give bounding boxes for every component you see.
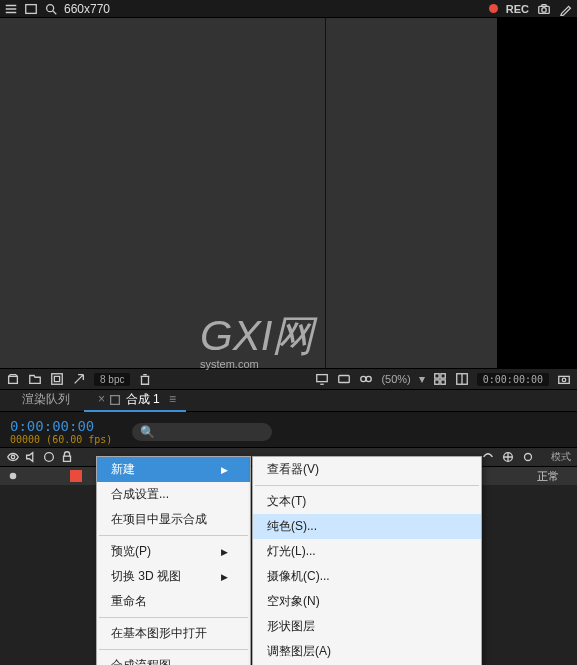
search-icon[interactable] bbox=[44, 2, 58, 16]
mask-icon[interactable] bbox=[337, 372, 351, 386]
menu-item[interactable]: 合成流程图 bbox=[97, 653, 250, 665]
shy-icon[interactable] bbox=[481, 450, 495, 464]
bit-depth[interactable]: 8 bpc bbox=[94, 373, 130, 386]
search-text: 660x770 bbox=[64, 2, 110, 16]
menu-item[interactable]: 灯光(L)... bbox=[253, 539, 481, 564]
screen-icon[interactable] bbox=[315, 372, 329, 386]
menu-item[interactable]: 在基本图形中打开 bbox=[97, 621, 250, 646]
tab-menu-icon[interactable]: ≡ bbox=[169, 392, 176, 406]
layer-blend-mode[interactable]: 正常 bbox=[537, 469, 571, 484]
menu-item[interactable]: 重命名 bbox=[97, 589, 250, 614]
menu-item[interactable]: 切换 3D 视图▶ bbox=[97, 564, 250, 589]
bin-icon[interactable] bbox=[6, 372, 20, 386]
layout-icon[interactable] bbox=[455, 372, 469, 386]
svg-point-22 bbox=[525, 454, 532, 461]
menu-icon[interactable] bbox=[4, 2, 18, 16]
svg-rect-11 bbox=[441, 374, 445, 378]
context-submenu-new: 查看器(V)文本(T)纯色(S)...灯光(L)...摄像机(C)...空对象(… bbox=[252, 456, 482, 665]
svg-point-1 bbox=[47, 4, 54, 11]
rec-label[interactable]: REC bbox=[506, 3, 529, 15]
project-footer: 8 bpc (50%) ▾ 0:00:00:00 bbox=[0, 368, 577, 390]
menu-item[interactable]: 合成设置... bbox=[97, 482, 250, 507]
audio-column-icon[interactable] bbox=[24, 450, 38, 464]
svg-rect-12 bbox=[435, 380, 439, 384]
current-timecode[interactable]: 0:00:00:00 bbox=[10, 418, 112, 434]
zoom-level[interactable]: (50%) bbox=[381, 373, 410, 385]
lock-column-icon[interactable] bbox=[60, 450, 74, 464]
menu-item[interactable]: 形状图层 bbox=[253, 614, 481, 639]
solo-column-icon[interactable] bbox=[42, 450, 56, 464]
menu-item[interactable]: 空对象(N) bbox=[253, 589, 481, 614]
snapshot-icon[interactable] bbox=[557, 372, 571, 386]
svg-point-23 bbox=[10, 473, 15, 478]
svg-rect-7 bbox=[339, 376, 350, 383]
svg-point-19 bbox=[45, 453, 54, 462]
footer-timecode[interactable]: 0:00:00:00 bbox=[477, 373, 549, 386]
mode-column-label: 模式 bbox=[551, 450, 571, 464]
arrow-icon[interactable] bbox=[72, 372, 86, 386]
menu-item[interactable]: 在项目中显示合成 bbox=[97, 507, 250, 532]
menu-item[interactable]: 纯色(S)... bbox=[253, 514, 481, 539]
layer-color-swatch[interactable] bbox=[70, 470, 82, 482]
layer-search[interactable]: 🔍 bbox=[132, 423, 272, 441]
menu-item[interactable]: 查看器(V) bbox=[253, 457, 481, 482]
svg-point-3 bbox=[542, 7, 546, 11]
fx-icon[interactable] bbox=[501, 450, 515, 464]
layer-eye-icon[interactable] bbox=[6, 469, 20, 483]
frame-info: 00000 (60.00 fps) bbox=[10, 434, 112, 445]
toggle-icon[interactable] bbox=[359, 372, 373, 386]
timeline-header: 0:00:00:00 00000 (60.00 fps) 🔍 bbox=[0, 412, 577, 447]
menu-item[interactable]: 预览(P)▶ bbox=[97, 539, 250, 564]
camera-icon[interactable] bbox=[537, 2, 551, 16]
svg-rect-0 bbox=[26, 4, 37, 13]
layer-search-input[interactable] bbox=[159, 426, 264, 438]
pencil-icon[interactable] bbox=[559, 2, 573, 16]
menu-item[interactable]: 调整图层(A) bbox=[253, 639, 481, 664]
timeline-tabs: 渲染队列 × 合成 1 ≡ bbox=[0, 390, 577, 412]
tab-comp-1[interactable]: × 合成 1 ≡ bbox=[84, 388, 186, 411]
top-bar: 660x770 REC bbox=[0, 0, 577, 18]
comp-viewer[interactable]: GXI网 system.com bbox=[0, 18, 577, 368]
comp-tab-icon bbox=[108, 393, 122, 407]
svg-rect-10 bbox=[435, 374, 439, 378]
svg-point-16 bbox=[562, 378, 566, 382]
svg-point-8 bbox=[361, 376, 366, 381]
menu-item[interactable]: 新建▶ bbox=[97, 457, 250, 482]
window-icon[interactable] bbox=[24, 2, 38, 16]
svg-rect-20 bbox=[64, 456, 71, 461]
trash-icon[interactable] bbox=[138, 372, 152, 386]
comp-icon[interactable] bbox=[50, 372, 64, 386]
svg-point-18 bbox=[11, 455, 15, 459]
folder-icon[interactable] bbox=[28, 372, 42, 386]
tab-close-icon[interactable]: × bbox=[98, 392, 105, 406]
rec-indicator bbox=[489, 4, 498, 13]
menu-item[interactable]: 摄像机(C)... bbox=[253, 564, 481, 589]
tab-render-queue[interactable]: 渲染队列 bbox=[12, 388, 80, 411]
svg-rect-13 bbox=[441, 380, 445, 384]
svg-rect-4 bbox=[9, 376, 18, 383]
svg-rect-5 bbox=[52, 374, 63, 385]
svg-rect-6 bbox=[317, 375, 328, 382]
mb-icon[interactable] bbox=[521, 450, 535, 464]
eye-column-icon[interactable] bbox=[6, 450, 20, 464]
menu-item[interactable]: 文本(T) bbox=[253, 489, 481, 514]
grid-icon[interactable] bbox=[433, 372, 447, 386]
svg-rect-17 bbox=[111, 395, 120, 404]
svg-point-9 bbox=[366, 376, 371, 381]
svg-rect-15 bbox=[559, 376, 570, 383]
context-menu: 新建▶合成设置...在项目中显示合成预览(P)▶切换 3D 视图▶重命名在基本图… bbox=[96, 456, 251, 665]
